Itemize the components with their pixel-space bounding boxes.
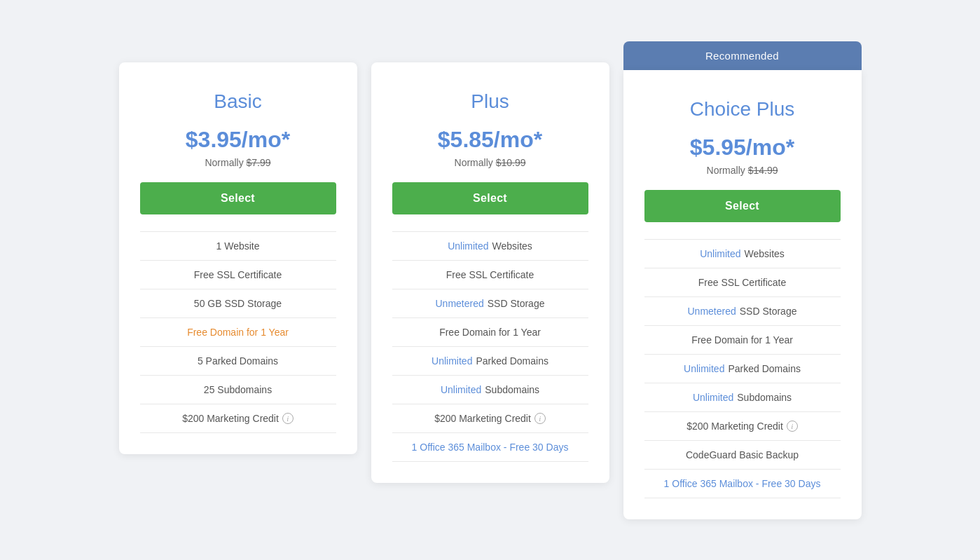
select-button[interactable]: Select xyxy=(140,182,336,214)
feature-item: 50 GB SSD Storage xyxy=(140,289,336,318)
features-list: Unlimited WebsitesFree SSL CertificateUn… xyxy=(392,231,588,462)
feature-highlight: Unlimited xyxy=(684,363,724,374)
feature-highlight: Unlimited xyxy=(432,355,472,367)
feature-item: Unmetered SSD Storage xyxy=(644,297,841,326)
plan-card-choice-plus: RecommendedChoice Plus$5.95/mo*Normally … xyxy=(623,41,862,519)
feature-item: 1 Website xyxy=(140,232,336,261)
feature-item: $200 Marketing Crediti xyxy=(392,404,588,433)
feature-highlight: Unmetered xyxy=(688,306,736,317)
info-icon[interactable]: i xyxy=(534,413,546,424)
feature-item: Free SSL Certificate xyxy=(644,268,841,297)
plan-normal-price: Normally $14.99 xyxy=(644,165,841,176)
info-icon[interactable]: i xyxy=(787,421,798,432)
features-list: Unlimited WebsitesFree SSL CertificateUn… xyxy=(644,239,841,498)
feature-item: Unlimited Websites xyxy=(392,232,588,261)
plan-name: Plus xyxy=(392,90,588,113)
plan-price: $3.95/mo* xyxy=(140,127,336,153)
feature-item: Free Domain for 1 Year xyxy=(140,318,336,347)
feature-item: Unlimited Subdomains xyxy=(392,376,588,404)
feature-item: $200 Marketing Crediti xyxy=(140,404,336,433)
plan-price: $5.95/mo* xyxy=(644,135,841,161)
feature-orange: Free Domain for 1 Year xyxy=(187,327,289,338)
feature-item: Unlimited Subdomains xyxy=(644,383,841,412)
feature-highlight: Unlimited xyxy=(693,392,733,403)
feature-highlight: Unlimited xyxy=(441,384,481,395)
feature-item: $200 Marketing Crediti xyxy=(644,412,841,441)
feature-item: 25 Subdomains xyxy=(140,376,336,404)
feature-item: Free SSL Certificate xyxy=(392,261,588,289)
feature-item: Free Domain for 1 Year xyxy=(392,318,588,347)
recommended-badge: Recommended xyxy=(623,41,862,70)
feature-item: 5 Parked Domains xyxy=(140,347,336,376)
feature-item: Unmetered SSD Storage xyxy=(392,289,588,318)
pricing-container: Basic$3.95/mo*Normally $7.99Select1 Webs… xyxy=(70,41,911,519)
info-icon[interactable]: i xyxy=(282,413,294,424)
feature-link[interactable]: 1 Office 365 Mailbox - Free 30 Days xyxy=(664,478,821,489)
feature-link[interactable]: 1 Office 365 Mailbox - Free 30 Days xyxy=(412,442,569,453)
plan-price: $5.85/mo* xyxy=(392,127,588,153)
feature-item: 1 Office 365 Mailbox - Free 30 Days xyxy=(644,470,841,498)
select-button[interactable]: Select xyxy=(392,182,588,214)
plan-normal-price: Normally $7.99 xyxy=(140,157,336,168)
feature-item: Unlimited Parked Domains xyxy=(392,347,588,376)
plan-card-basic: Basic$3.95/mo*Normally $7.99Select1 Webs… xyxy=(119,62,357,454)
features-list: 1 WebsiteFree SSL Certificate50 GB SSD S… xyxy=(140,231,336,433)
feature-item: Free Domain for 1 Year xyxy=(644,326,841,355)
feature-item: Free SSL Certificate xyxy=(140,261,336,289)
plan-normal-price: Normally $10.99 xyxy=(392,157,588,168)
plan-card-plus: Plus$5.85/mo*Normally $10.99SelectUnlimi… xyxy=(371,62,609,483)
plan-name: Basic xyxy=(140,90,336,113)
feature-item: Unlimited Websites xyxy=(644,240,841,268)
select-button[interactable]: Select xyxy=(644,190,841,222)
plan-name: Choice Plus xyxy=(644,98,841,121)
feature-highlight: Unlimited xyxy=(700,248,740,259)
feature-item: CodeGuard Basic Backup xyxy=(644,441,841,470)
feature-item: 1 Office 365 Mailbox - Free 30 Days xyxy=(392,433,588,462)
feature-highlight: Unmetered xyxy=(436,298,484,309)
feature-item: Unlimited Parked Domains xyxy=(644,355,841,383)
feature-highlight: Unlimited xyxy=(448,240,488,252)
